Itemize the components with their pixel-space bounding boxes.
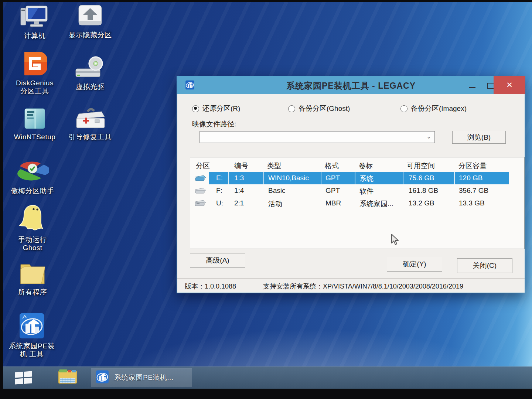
usb-drive-icon	[194, 198, 207, 209]
desktop-icon-winntsetup[interactable]: WinNTSetup	[6, 105, 64, 141]
desktop-icon-label: 手动运行 Ghost	[4, 236, 61, 252]
cell-index: 1:4	[234, 187, 244, 195]
cell-format: GPT	[325, 187, 340, 195]
cell-drive: U:	[216, 199, 223, 207]
advanced-button[interactable]: 高级(A)	[190, 253, 245, 268]
desktop-icon-label: 计算机	[6, 32, 64, 40]
cell-volume: 系统家园...	[359, 199, 393, 209]
desktop-icon-label: 傲梅分区助手	[4, 187, 61, 195]
cell-free: 161.8 GB	[409, 187, 438, 195]
radio-dot-icon	[288, 105, 295, 112]
column-header[interactable]: 分区容量	[458, 161, 487, 171]
column-header[interactable]: 格式	[325, 161, 339, 171]
partition-row[interactable]: U: 2:1 活动 MBR 系统家园... 13.2 GB 13.3 GB	[190, 197, 524, 209]
close-button[interactable]: 关闭(C)	[457, 258, 512, 273]
browse-button-label: 浏览(B)	[467, 133, 491, 142]
maximize-button[interactable]	[487, 83, 494, 89]
desktop-icon-computer[interactable]: 计算机	[6, 4, 64, 40]
cell-type: Basic	[268, 187, 285, 195]
desktop-icon-run-ghost[interactable]: 手动运行 Ghost	[4, 208, 61, 252]
cell-format: GPT	[325, 174, 340, 182]
version-text: 版本：1.0.0.1088	[185, 282, 236, 291]
virtual-cd-icon	[61, 55, 119, 81]
partition-row-selected[interactable]: E: 1:3 WIN10,Basic GPT 系统 75.6 GB 120 GB	[190, 172, 524, 184]
desktop-icon-label: 虚拟光驱	[61, 83, 119, 91]
close-button-label: 关闭(C)	[473, 261, 497, 270]
radio-label: 备份分区(Imagex)	[411, 104, 467, 113]
hard-drive-icon	[194, 186, 207, 197]
close-window-button[interactable]: ✕	[494, 76, 525, 94]
desktop-icon-diskgenius[interactable]: DiskGenius 分区工具	[6, 51, 64, 95]
show-hidden-partitions-icon	[61, 3, 119, 29]
partition-assistant-icon	[4, 159, 61, 185]
cell-free: 13.2 GB	[409, 199, 434, 207]
partition-list[interactable]: 分区 编号 类型 格式 卷标 可用空间 分区容量	[190, 157, 525, 249]
chevron-down-icon[interactable]: ⌄	[426, 133, 431, 140]
column-header[interactable]: 分区	[196, 161, 210, 171]
cell-drive: F:	[216, 187, 222, 195]
folder-icon	[4, 260, 61, 286]
window-titlebar[interactable]: 系统家园PE装机工具 - LEGACY ✕	[177, 76, 525, 94]
ok-button-label: 确定(Y)	[403, 259, 426, 269]
desktop-icon-label: 所有程序	[4, 288, 61, 296]
desktop-icon-show-hidden-partitions[interactable]: 显示隐藏分区	[61, 3, 119, 39]
desktop-icon-label: 系统家园PE装 机 工具	[3, 342, 61, 358]
radio-backup-imagex[interactable]: 备份分区(Imagex)	[400, 104, 467, 113]
statusbar-divider	[177, 278, 525, 279]
ghost-icon	[4, 208, 61, 233]
computer-icon	[6, 4, 64, 30]
cell-type: 活动	[268, 199, 282, 209]
radio-restore-partition[interactable]: 还原分区(R)	[192, 104, 240, 113]
column-header[interactable]: 类型	[267, 161, 281, 171]
radio-dot-icon	[400, 105, 407, 112]
column-header[interactable]: 卷标	[359, 161, 373, 171]
pe-tool-icon	[95, 369, 110, 386]
start-button[interactable]	[11, 369, 35, 386]
window-client-area: 还原分区(R) 备份分区(Ghost) 备份分区(Imagex) 映像文件路径:…	[177, 94, 525, 293]
image-path-combobox[interactable]: ⌄	[200, 131, 435, 143]
hard-drive-icon	[194, 173, 207, 184]
desktop: 计算机 显示隐藏分区 DiskGenius 分区工具	[3, 2, 532, 389]
cell-format: MBR	[325, 199, 341, 207]
pe-tool-icon	[3, 314, 61, 340]
desktop-icon-boot-repair[interactable]: 引导修复工具	[61, 105, 119, 141]
file-explorer-icon	[57, 369, 78, 386]
diskgenius-icon	[6, 51, 64, 77]
supported-systems-text: 支持安装所有系统：XP/VISTA/WIN7/8/8.1/10/2003/200…	[263, 282, 525, 291]
file-explorer-button[interactable]	[55, 369, 81, 386]
cell-free: 75.6 GB	[409, 174, 434, 182]
taskbar-app-label: 系统家园PE装机...	[114, 373, 174, 382]
desktop-icon-all-programs[interactable]: 所有程序	[4, 260, 61, 296]
ok-button[interactable]: 确定(Y)	[387, 257, 442, 272]
desktop-icon-virtual-cd[interactable]: 虚拟光驱	[61, 55, 119, 91]
cell-capacity: 356.7 GB	[459, 187, 488, 195]
column-header[interactable]: 可用空间	[407, 161, 435, 171]
browse-button[interactable]: 浏览(B)	[452, 131, 506, 144]
taskbar: 系统家园PE装机...	[3, 366, 532, 389]
desktop-icon-pe-tool[interactable]: 系统家园PE装 机 工具	[3, 314, 61, 358]
image-path-label: 映像文件路径:	[192, 119, 236, 129]
partition-row[interactable]: F: 1:4 Basic GPT 软件 161.8 GB 356.7 GB	[190, 185, 524, 197]
cell-capacity: 13.3 GB	[459, 199, 485, 207]
taskbar-app-pe-tool[interactable]: 系统家园PE装机...	[91, 368, 192, 387]
window-title: 系统家园PE装机工具 - LEGACY	[177, 80, 525, 92]
desktop-icon-label: WinNTSetup	[6, 133, 64, 141]
column-header[interactable]: 编号	[234, 161, 248, 171]
cell-volume: 系统	[359, 174, 374, 184]
radio-backup-ghost[interactable]: 备份分区(Ghost)	[288, 104, 350, 113]
cell-index: 2:1	[234, 199, 244, 207]
radio-label: 还原分区(R)	[202, 104, 240, 113]
cell-capacity: 120 GB	[459, 174, 482, 182]
minimize-button[interactable]	[469, 87, 475, 88]
winntsetup-icon	[6, 105, 64, 131]
boot-repair-icon	[61, 105, 119, 131]
close-icon: ✕	[506, 81, 513, 89]
desktop-icon-partition-assistant[interactable]: 傲梅分区助手	[4, 159, 61, 195]
radio-label: 备份分区(Ghost)	[299, 104, 350, 113]
advanced-button-label: 高级(A)	[206, 256, 229, 265]
desktop-icon-label: 引导修复工具	[61, 133, 119, 141]
windows-logo-icon	[15, 371, 32, 384]
cell-type: WIN10,Basic	[268, 174, 309, 182]
cell-index: 1:3	[234, 174, 244, 182]
cell-drive: E:	[216, 174, 223, 182]
